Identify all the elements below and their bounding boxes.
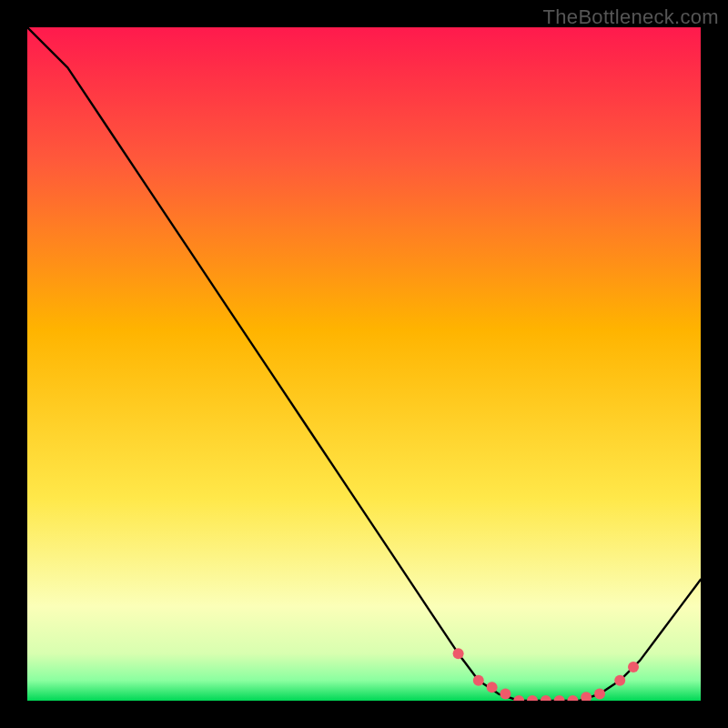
marker-dot: [453, 648, 464, 659]
marker-dot: [614, 675, 625, 686]
marker-dot: [628, 662, 639, 672]
marker-dot: [473, 675, 484, 686]
bottleneck-chart: [27, 27, 701, 701]
marker-dot: [487, 682, 498, 693]
marker-dot: [594, 689, 605, 700]
chart-stage: TheBottleneck.com: [0, 0, 728, 728]
watermark-label: TheBottleneck.com: [543, 5, 719, 29]
gradient-background: [27, 27, 701, 701]
marker-dot: [500, 689, 511, 700]
